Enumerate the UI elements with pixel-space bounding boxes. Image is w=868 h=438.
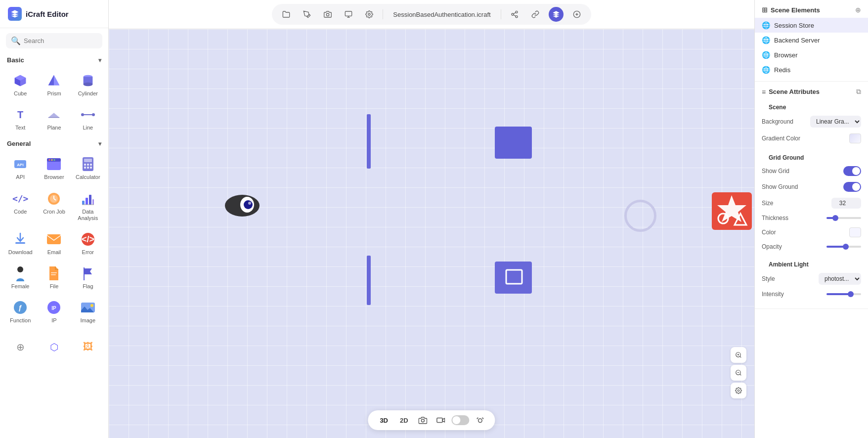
svg-line-51 — [513, 12, 516, 14]
settings-bottom-icon[interactable] — [731, 383, 746, 398]
sidebar-item-function[interactable]: ƒ Function — [4, 295, 37, 328]
sidebar-item-api[interactable]: API API — [4, 151, 37, 184]
scene-item-redis[interactable]: 🌐 Redis — [755, 62, 868, 77]
svg-rect-35 — [51, 272, 57, 273]
general-items-grid: API API Browser — [0, 149, 108, 330]
scene-item-browser[interactable]: 🌐 Browser — [755, 47, 868, 62]
camera-bottom-icon[interactable] — [416, 413, 430, 427]
svg-line-50 — [513, 15, 516, 16]
svg-point-5 — [92, 113, 95, 116]
canvas-vertical-bar-bottom[interactable] — [364, 256, 373, 307]
sidebar-item-browser[interactable]: Browser — [38, 151, 70, 184]
zoom-in-button[interactable] — [731, 347, 746, 363]
share-nodes-button[interactable] — [507, 7, 522, 22]
intensity-slider[interactable] — [826, 293, 861, 295]
cronjob-icon — [45, 190, 63, 208]
sidebar-item-ip[interactable]: IP IP — [38, 295, 70, 328]
code-label: Code — [14, 209, 27, 215]
color-swatch[interactable] — [849, 227, 861, 237]
scene-elements-copy-button[interactable]: ⊕ — [855, 6, 861, 14]
link-button[interactable] — [528, 7, 543, 22]
sidebar-item-cube[interactable]: Cube — [4, 68, 37, 101]
sidebar-item-email[interactable]: Email — [38, 226, 70, 260]
ambient-light-section: Ambient Light Style photost... Intensity — [755, 257, 868, 305]
style-select[interactable]: photost... — [819, 273, 861, 285]
zoom-out-button[interactable] — [731, 365, 746, 381]
settings2-button[interactable] — [569, 7, 584, 22]
scene-elements-list: 🌐 Session Store 🌐 Backend Server 🌐 Brows… — [755, 18, 868, 77]
camera-button[interactable] — [320, 7, 335, 22]
canvas-blue-square-bottom[interactable] — [492, 259, 537, 301]
search-icon: 🔍 — [11, 36, 21, 45]
opacity-slider[interactable] — [826, 246, 861, 248]
top-toolbar: SessionBasedAuthentication.icraft — [109, 0, 754, 29]
calculator-label: Calculator — [76, 174, 100, 180]
settings-button[interactable] — [362, 7, 377, 22]
sidebar-item-img2[interactable]: 🖼 — [72, 334, 104, 361]
search-bar[interactable]: 🔍 — [6, 33, 102, 48]
svg-rect-17 — [90, 164, 92, 166]
sidebar-item-cronjob[interactable]: Cron Job — [38, 186, 70, 225]
background-row: Background Linear Gra... — [762, 113, 861, 131]
sidebar-item-plane[interactable]: Plane — [38, 102, 70, 135]
size-label: Size — [762, 200, 773, 207]
size-input[interactable] — [831, 198, 861, 209]
svg-rect-45 — [346, 11, 352, 16]
view-2d-label[interactable]: 2D — [396, 415, 412, 426]
svg-text:</>: </> — [82, 234, 94, 244]
sidebar-item-line[interactable]: Line — [72, 102, 104, 135]
sidebar-item-download[interactable]: Download — [4, 226, 37, 260]
scene-item-session-store[interactable]: 🌐 Session Store — [755, 18, 868, 33]
gradient-color-swatch[interactable] — [849, 133, 861, 143]
scene-attr-copy-button[interactable]: ⧉ — [856, 88, 861, 96]
canvas-eye-object[interactable] — [222, 192, 262, 221]
toolbar-divider — [383, 9, 383, 19]
share-button[interactable] — [341, 7, 356, 22]
capture-icon[interactable] — [474, 413, 487, 427]
left-sidebar: iCraft Editor 🔍 Basic ▾ Cube — [0, 0, 109, 438]
view-3d-label[interactable]: 3D — [376, 415, 392, 426]
sidebar-item-text[interactable]: T Text — [4, 102, 37, 135]
canvas-circle-outline[interactable] — [622, 197, 659, 236]
video-bottom-icon[interactable] — [434, 413, 448, 427]
sidebar-item-image[interactable]: Image — [72, 295, 104, 328]
sidebar-item-3d-obj[interactable]: ⬡ — [38, 334, 70, 361]
color-row: Color — [762, 224, 861, 240]
canvas-blue-square-top[interactable] — [492, 124, 537, 166]
sidebar-item-error[interactable]: </> Error — [72, 226, 104, 260]
show-ground-label: Show Ground — [762, 183, 798, 190]
svg-point-11 — [51, 159, 53, 161]
sidebar-item-female[interactable]: Female — [4, 261, 37, 294]
svg-rect-14 — [84, 159, 92, 162]
svg-point-78 — [738, 390, 739, 392]
scene-elements-title: ⊞ Scene Elements — [762, 6, 820, 14]
line-label: Line — [83, 125, 93, 131]
search-input[interactable] — [24, 37, 97, 44]
open-file-button[interactable] — [279, 7, 294, 22]
sidebar-item-code[interactable]: </> Code — [4, 186, 37, 225]
svg-text:API: API — [17, 163, 23, 167]
view-3d-button[interactable] — [549, 7, 564, 22]
sidebar-item-add[interactable]: ⊕ — [4, 334, 37, 361]
background-select[interactable]: Linear Gra... — [810, 116, 861, 128]
scene-section: Scene Background Linear Gra... Gradient … — [755, 100, 868, 150]
sidebar-item-calculator[interactable]: Calculator — [72, 151, 104, 184]
gradient-color-label: Gradient Color — [762, 135, 800, 142]
scene-item-backend-server[interactable]: 🌐 Backend Server — [755, 33, 868, 47]
scene-item-backend-icon: 🌐 — [762, 36, 770, 44]
sidebar-item-cylinder[interactable]: Cylinder — [72, 68, 104, 101]
sidebar-item-dataanalysis[interactable]: Data Analysis — [72, 186, 104, 225]
calculator-icon — [79, 155, 97, 173]
canvas-vertical-bar-top[interactable] — [364, 114, 373, 171]
show-grid-toggle[interactable] — [843, 166, 861, 176]
sidebar-item-file[interactable]: File — [38, 261, 70, 294]
canvas-area[interactable]: 3D 2D — [109, 29, 754, 438]
sidebar-item-prism[interactable]: Prism — [38, 68, 70, 101]
pen-tool-button[interactable] — [300, 7, 314, 22]
bottom-toggle[interactable] — [452, 415, 470, 425]
prism-icon — [45, 72, 63, 89]
canvas-red-badge[interactable] — [711, 191, 753, 233]
sidebar-item-flag[interactable]: Flag — [72, 261, 104, 294]
show-ground-toggle[interactable] — [843, 182, 861, 192]
thickness-slider[interactable] — [826, 217, 861, 219]
